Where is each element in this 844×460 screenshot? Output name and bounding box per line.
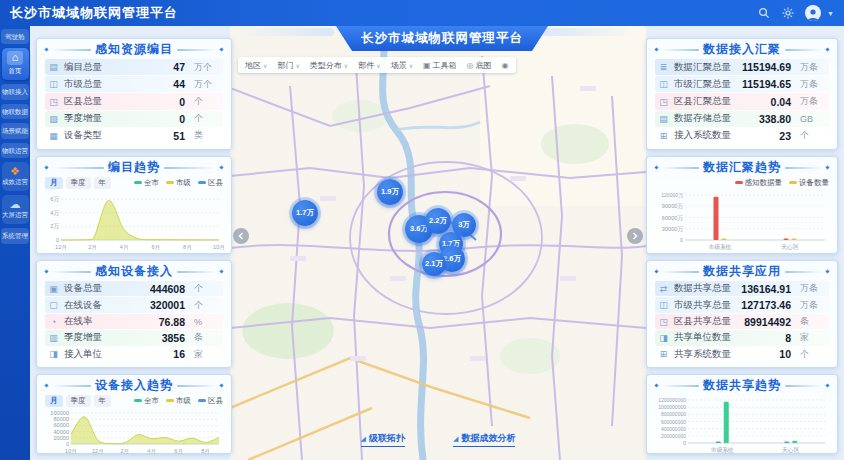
sidebar-item-label: 首页 [9, 67, 22, 74]
chevron-down-icon: ∨ [409, 62, 413, 69]
tab-季度[interactable]: 季度 [66, 395, 91, 407]
user-avatar[interactable] [805, 5, 821, 21]
sidebar-item-iot-access[interactable]: 物联接入 [1, 84, 29, 99]
basemap-icon: ◎ [467, 61, 474, 70]
map-bubble[interactable]: 1.9万 [377, 179, 403, 205]
city-icon: ◫ [658, 300, 669, 310]
map-bubble[interactable]: 2.2万 [425, 208, 451, 234]
stat-unit: 类 [194, 129, 220, 142]
svg-text:6月: 6月 [174, 448, 183, 455]
search-icon[interactable] [757, 7, 770, 20]
chart-legend: 感知数据量设备数量 [735, 178, 830, 188]
tab-年[interactable]: 年 [94, 177, 112, 189]
svg-text:10月: 10月 [213, 244, 225, 251]
stat-row: ▨季度增量0个 [45, 111, 223, 127]
stat-rows: ⇄数据共享总量136164.91万条◫市级共享总量127173.46万条◳区县共… [655, 280, 829, 362]
stat-value: 3856 [162, 332, 185, 344]
panel-title: 感知资源编目 [95, 41, 173, 58]
panel-title: 编目趋势 [108, 159, 160, 176]
stat-unit: 个 [194, 95, 220, 108]
data-icon: ≣ [658, 62, 669, 72]
svg-text:12月: 12月 [55, 244, 67, 251]
panel-perception-catalog: 感知资源编目 ▤编目总量47万个◫市级总量44万个◳区县总量0个▨季度增量0个▦… [36, 38, 232, 150]
sidebar-item-system[interactable]: 系统管理 [1, 228, 29, 243]
svg-text:60000万: 60000万 [662, 215, 684, 221]
chevron-down-icon[interactable]: ▼ [827, 10, 834, 17]
stat-value: 127173.46 [741, 299, 791, 311]
map-scroll-right-button[interactable] [627, 228, 643, 244]
cascade-topology-link[interactable]: ◢ 级联拓扑 [361, 432, 405, 447]
stat-value: 89914492 [744, 316, 791, 328]
city-icon: ◫ [48, 79, 59, 89]
sidebar-item-cockpit[interactable]: 驾驶舱 [1, 29, 29, 44]
sidebar-item-iot-data[interactable]: 物联数据 [1, 104, 29, 119]
svg-text:8月: 8月 [183, 244, 192, 251]
chart-controls: 月季度年全市市级区县 [45, 394, 223, 407]
aggregation-trend-chart: 030000万60000万90000万120000万市级系统天心区 [655, 190, 831, 250]
map-bubble[interactable]: 1.7万 [292, 200, 318, 226]
stat-row: ▤数据存储总量338.80GB [655, 111, 829, 127]
share-icon: ⇄ [658, 284, 669, 294]
filter-type[interactable]: 类型分布∨ [310, 60, 348, 71]
svg-text:天心区: 天心区 [781, 243, 799, 250]
filter-component[interactable]: 部件∨ [358, 60, 380, 71]
system-icon: ⊞ [658, 131, 669, 141]
stat-unit: 万条 [800, 61, 826, 74]
map-bubble[interactable]: 2.1万 [422, 252, 446, 276]
filter-region[interactable]: 地区∨ [245, 60, 267, 71]
panel-aggregation-trend: 数据汇聚趋势 感知数据量设备数量 030000万60000万90000万1200… [646, 156, 838, 254]
sidebar-item-iot-ops[interactable]: 物联运营 [1, 143, 29, 158]
panel-title: 感知设备接入 [95, 263, 173, 280]
tab-月[interactable]: 月 [45, 177, 63, 189]
basemap-button[interactable]: ◎底图 [467, 60, 492, 71]
legend-item: 市级 [166, 178, 191, 188]
stat-unit: 万条 [800, 282, 826, 295]
cloud-icon: ☁ [2, 198, 29, 210]
chart-legend: 全市市级区县 [134, 396, 223, 406]
gear-icon[interactable] [781, 7, 794, 20]
link-label: 级联拓扑 [369, 432, 405, 445]
stat-label: 季度增量 [64, 331, 102, 344]
svg-text:4月: 4月 [120, 244, 129, 251]
tab-年[interactable]: 年 [94, 395, 112, 407]
svg-text:0: 0 [56, 237, 59, 243]
filter-scene[interactable]: 场景∨ [391, 60, 413, 71]
home-icon: ⌂ [7, 51, 23, 65]
sidebar-item-home[interactable]: ⌂首页 [2, 48, 29, 80]
filter-dept[interactable]: 部门∨ [277, 60, 299, 71]
sidebar-item-label: 系统管理 [2, 232, 28, 239]
svg-text:2月: 2月 [88, 244, 97, 251]
stat-label: 共享系统数量 [674, 348, 731, 361]
stat-rows: ▤编目总量47万个◫市级总量44万个◳区县总量0个▨季度增量0个▦设备类型51类 [45, 58, 223, 144]
tab-月[interactable]: 月 [45, 395, 63, 407]
sidebar-item-effect-ops[interactable]: ❖成效运营 [2, 162, 29, 191]
panel-title: 数据共享趋势 [703, 377, 781, 394]
map-title-banner: 长沙市城域物联网管理平台 [336, 26, 548, 51]
stat-row: ◫市级共享总量127173.46万条 [655, 297, 829, 312]
stat-value: 444608 [150, 283, 185, 295]
toolbar-item-label: 场景 [391, 60, 407, 71]
visibility-button[interactable]: ◉ [502, 61, 509, 70]
sidebar-item-screen-ops[interactable]: ☁大屏运营 [2, 195, 29, 224]
link-label: 数据成效分析 [461, 432, 515, 445]
stat-row: ▦设备类型51类 [45, 128, 223, 144]
stat-label: 接入系统数量 [674, 129, 731, 142]
svg-text:1000000000: 1000000000 [658, 404, 686, 410]
legend-item: 全市 [134, 396, 159, 406]
toolbox-button[interactable]: ▣工具箱 [423, 60, 457, 71]
data-effect-link[interactable]: ◢ 数据成效分析 [453, 432, 515, 447]
city-map[interactable]: 长沙市城域物联网管理平台 地区∨部门∨类型分布∨部件∨场景∨▣工具箱◎底图◉ 1… [230, 26, 646, 460]
map-footer-links: ◢ 级联拓扑 ◢ 数据成效分析 [230, 432, 646, 447]
sidebar-item-scene[interactable]: 场景赋能 [1, 123, 29, 138]
stat-label: 在线设备 [64, 299, 102, 312]
stat-row: ▥季度增量3856条 [45, 330, 223, 345]
stat-rows: ▣设备总量444608个▢在线设备320001个◔在线率76.88%▥季度增量3… [45, 280, 223, 362]
stat-row: ◳区县总量0个 [45, 93, 223, 109]
storage-icon: ▤ [658, 114, 669, 124]
toolbar-item-label: 部件 [358, 60, 374, 71]
svg-text:0: 0 [66, 441, 69, 447]
tab-季度[interactable]: 季度 [66, 177, 91, 189]
map-scroll-left-button[interactable] [233, 228, 249, 244]
stat-unit: 个 [194, 112, 220, 125]
svg-text:200000000: 200000000 [661, 433, 686, 439]
